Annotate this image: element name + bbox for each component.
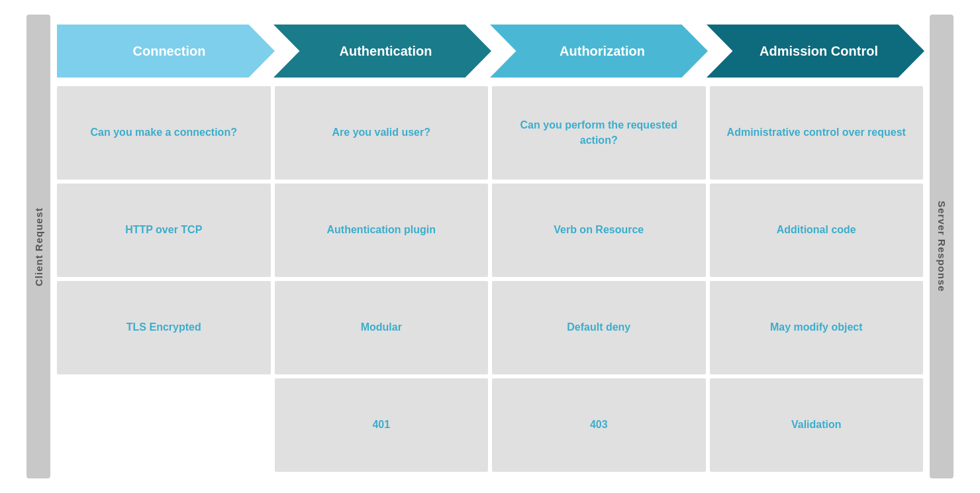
cell-c2: 401 [275, 378, 489, 472]
diagram-container: Client Request Connection Authentication… [26, 15, 954, 478]
connection-arrow: Connection [57, 25, 275, 78]
cell-q4: Administrative control over request [710, 86, 924, 180]
authorization-arrow: Authorization [490, 25, 708, 78]
cell-e1: TLS Encrypted [57, 281, 271, 374]
cell-e3: Default deny [492, 281, 706, 374]
grid-section: Can you make a connection? Are you valid… [57, 86, 923, 472]
authorization-label: Authorization [533, 44, 665, 59]
cell-q1: Can you make a connection? [57, 86, 271, 180]
authentication-arrow: Authentication [273, 25, 491, 78]
cell-e2: Modular [275, 281, 489, 374]
cell-e4: May modify object [710, 281, 924, 374]
arrow-row: Connection Authentication Authorization … [57, 21, 923, 81]
connection-label: Connection [107, 44, 226, 59]
cell-q2: Are you valid user? [275, 86, 489, 180]
cell-d2: Authentication plugin [275, 184, 489, 277]
cell-c1 [57, 378, 271, 472]
cell-c4: Validation [710, 378, 924, 472]
client-request-label: Client Request [26, 15, 50, 478]
cell-d4: Additional code [710, 184, 924, 277]
details2-row: TLS Encrypted Modular Default deny May m… [57, 281, 923, 374]
questions-row: Can you make a connection? Are you valid… [57, 86, 923, 180]
cell-d3: Verb on Resource [492, 184, 706, 277]
main-content: Connection Authentication Authorization … [50, 15, 930, 478]
admission-label: Admission Control [733, 44, 898, 59]
server-response-label: Server Response [930, 15, 954, 478]
details1-row: HTTP over TCP Authentication plugin Verb… [57, 184, 923, 277]
authentication-label: Authentication [313, 44, 452, 59]
cell-d1: HTTP over TCP [57, 184, 271, 277]
cell-c3: 403 [492, 378, 706, 472]
admission-arrow: Admission Control [707, 25, 924, 78]
codes-row: 401 403 Validation [57, 378, 923, 472]
cell-q3: Can you perform the requested action? [492, 86, 706, 180]
